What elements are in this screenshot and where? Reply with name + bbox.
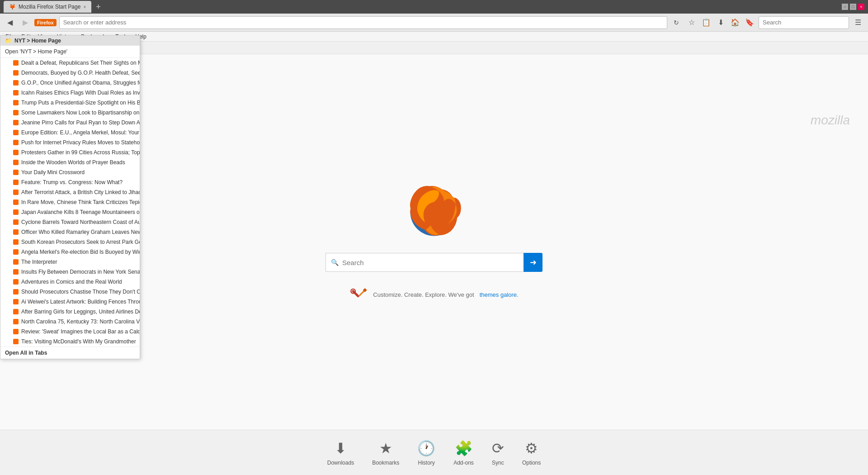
rss-icon [13,289,19,294]
list-item[interactable]: Jeanine Pirro Calls for Paul Ryan to Ste… [0,118,140,128]
rss-icon [13,140,19,145]
list-item[interactable]: The Interpreter [0,257,140,267]
forward-button[interactable]: ▶ [19,16,32,29]
firefox-logo [402,180,466,244]
reload-button[interactable]: ↻ [670,16,683,29]
rss-icon [13,120,19,125]
browser-tab[interactable]: 🦊 Mozilla Firefox Start Page × [4,1,91,13]
bookmarks-toolbar-item[interactable]: ★ Bookmarks [372,440,399,466]
tab-label: Mozilla Firefox Start Page [19,4,80,10]
list-item[interactable]: After Barring Girls for Leggings, United… [0,307,140,317]
tab-close-btn[interactable]: × [83,5,86,10]
options-label: Options [522,460,541,466]
rss-icon [13,329,19,334]
close-button[interactable]: × [858,4,864,10]
bookmark-context-menu: 📁 NYT > Home Page Open 'NYT > Home Page'… [0,35,140,359]
sync-toolbar-item[interactable]: ⟳ Sync [492,440,504,466]
search-wrapper: 🔍 [326,253,524,272]
bottom-toolbar: ⬇ Downloads ★ Bookmarks 🕐 History 🧩 Add-… [0,430,868,475]
list-item[interactable]: Japan Avalanche Kills 8 Teenage Mountain… [0,207,140,217]
list-item[interactable]: Ties: Visiting McDonald's With My Grandm… [0,337,140,347]
address-bar[interactable] [59,16,667,29]
options-icon: ⚙ [525,440,538,457]
downloads-toolbar-item[interactable]: ⬇ Downloads [327,440,354,466]
rss-icon [13,170,19,175]
rss-icon [13,239,19,245]
rss-icon [13,279,19,285]
rss-icon [13,259,19,265]
search-icon: 🔍 [331,259,339,266]
new-tab-button[interactable]: + [93,2,104,12]
list-item[interactable]: Icahn Raises Ethics Flags With Dual Role… [0,88,140,98]
history-icon: 🕐 [417,440,435,457]
sync-icon: ⟳ [492,440,504,457]
list-item[interactable]: South Korean Prosecutors Seek to Arrest … [0,237,140,247]
list-item[interactable]: Adventures in Comics and the Real World [0,277,140,287]
list-item[interactable]: Your Daily Mini Crossword [0,167,140,177]
list-item[interactable]: Dealt a Defeat, Republicans Set Their Si… [0,58,140,68]
list-item[interactable]: Cyclone Barrels Toward Northeastern Coas… [0,217,140,227]
addons-label: Add-ons [453,460,474,466]
context-menu-open-item[interactable]: Open 'NYT > Home Page' [0,46,140,58]
customize-section: Customize. Create. Explore. We've got th… [349,285,518,304]
list-item[interactable]: Inside the Wooden Worlds of Prayer Beads [0,157,140,167]
sync-label: Sync [492,460,504,466]
download-button[interactable]: ⬇ [714,16,727,29]
history-toolbar-item[interactable]: 🕐 History [417,440,435,466]
list-item[interactable]: After Terrorist Attack, a British City L… [0,187,140,197]
pocket-button[interactable]: 🔖 [743,16,756,29]
themes-link[interactable]: themes galore. [480,291,519,298]
search-input[interactable] [326,253,524,272]
downloads-icon: ⬇ [335,440,347,457]
list-item[interactable]: Some Lawmakers Now Look to Bipartisanshi… [0,108,140,118]
options-toolbar-item[interactable]: ⚙ Options [522,440,541,466]
list-item[interactable]: Democrats, Buoyed by G.O.P. Health Defea… [0,68,140,78]
customize-tools-icon [349,285,368,304]
list-item[interactable]: G.O.P., Once Unified Against Obama, Stru… [0,78,140,88]
rss-icon [13,80,19,86]
list-item[interactable]: Review: 'Sweat' Imagines the Local Bar a… [0,327,140,337]
rss-icon [13,319,19,324]
rss-icon [13,150,19,155]
list-item[interactable]: Protesters Gather in 99 Cities Across Ru… [0,147,140,157]
list-item[interactable]: Should Prosecutors Chastise Those They D… [0,287,140,297]
home-button[interactable]: 🏠 [729,16,741,29]
downloads-label: Downloads [327,460,354,466]
list-item[interactable]: Ai Weiwei's Latest Artwork: Building Fen… [0,297,140,307]
rss-icon [13,110,19,115]
list-item[interactable]: In Rare Move, Chinese Think Tank Critici… [0,197,140,207]
rss-icon [13,339,19,344]
rss-icon [13,299,19,304]
list-item[interactable]: Push for Internet Privacy Rules Moves to… [0,138,140,147]
context-menu-header: 📁 NYT > Home Page [0,36,140,46]
minimize-button[interactable]: − [842,4,848,10]
bookmark-star-button[interactable]: ☆ [685,16,698,29]
reader-mode-button[interactable]: 📋 [700,16,712,29]
list-item[interactable]: Insults Fly Between Democrats in New Yor… [0,267,140,277]
bookmarks-icon: ★ [379,440,392,457]
addons-toolbar-item[interactable]: 🧩 Add-ons [453,440,474,466]
list-item[interactable]: North Carolina 75, Kentucky 73: North Ca… [0,317,140,327]
nav-icons: ☆ 📋 ⬇ 🏠 🔖 [685,16,756,29]
list-item[interactable]: Angela Merkel's Re-election Bid Is Buoye… [0,247,140,257]
back-button[interactable]: ◀ [4,16,16,29]
list-item[interactable]: Feature: Trump vs. Congress: Now What? [0,177,140,187]
open-all-tabs-button[interactable]: Open All in Tabs [0,347,140,359]
search-submit-button[interactable]: ➜ [524,253,542,272]
rss-icon [13,100,19,105]
rss-icon [13,60,19,66]
list-item[interactable]: Officer Who Killed Ramarley Graham Leave… [0,227,140,237]
firefox-badge: Firefox [34,19,57,26]
folder-icon: 📁 [5,38,12,44]
menu-button[interactable]: ☰ [852,16,864,29]
addons-icon: 🧩 [455,440,473,457]
maximize-button[interactable]: □ [850,4,856,10]
list-item[interactable]: Europe Edition: E.U., Angela Merkel, Mos… [0,128,140,138]
rss-icon [13,229,19,235]
rss-icon [13,200,19,205]
rss-icon [13,309,19,314]
rss-icon [13,180,19,185]
list-item[interactable]: Trump Puts a Presidential-Size Spotlight… [0,98,140,108]
nav-search-input[interactable] [759,16,849,29]
search-container: 🔍 ➜ [326,253,542,272]
